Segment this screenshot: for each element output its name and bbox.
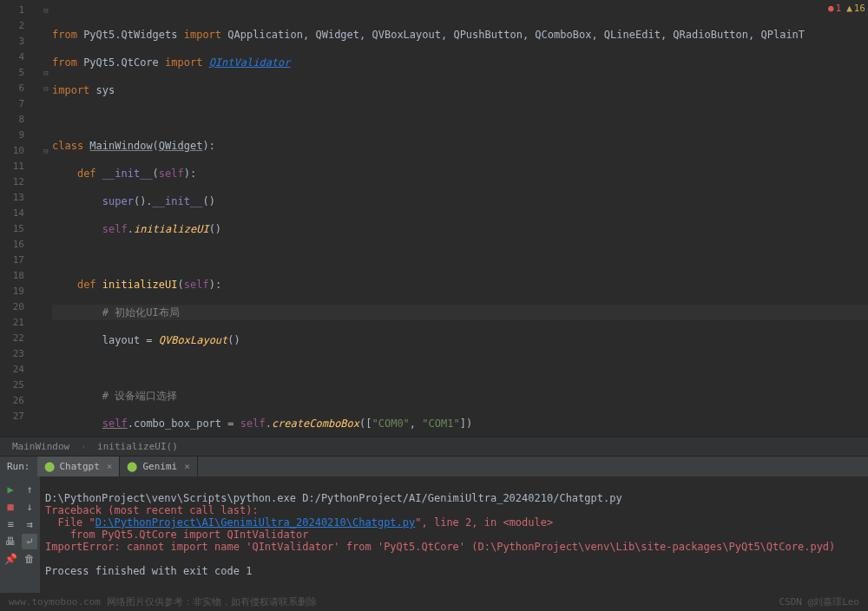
close-icon[interactable]: × [184,461,190,472]
run-tab-genimi[interactable]: ⬤ Genimi × [120,457,197,477]
line-gutter: 1234567891011121314151617181920212223242… [0,0,40,437]
run-toolbar: Run: ⬤ Chatgpt × ⬤ Genimi × [0,456,868,476]
stop-icon[interactable]: ■ [3,499,18,515]
layout-icon[interactable]: ≡ [3,516,18,532]
wrap-icon[interactable]: ⤶ [22,534,37,549]
down-icon[interactable]: ↓ [22,499,37,515]
inspection-indicators[interactable]: ●1 ▲16 [828,3,865,14]
run-label: Run: [0,461,37,472]
current-line: # 初始化UI布局 [52,305,868,320]
python-icon: ⬤ [44,461,55,472]
console-output[interactable]: D:\PythonProject\venv\Scripts\python.exe… [40,476,868,593]
warning-icon[interactable]: ▲16 [846,3,865,14]
print-icon[interactable]: 🖶 [3,534,18,549]
code-area[interactable]: ●1 ▲16 from PyQt5.QtWidgets import QAppl… [52,0,868,437]
run-tool-column: ▶ ↑ ■ ↓ ≡ ⇉ 🖶 ⤶ 📌 🗑 [0,476,40,593]
trash-icon[interactable]: 🗑 [22,551,37,567]
error-icon[interactable]: ●1 [828,3,841,14]
editor-pane: 1234567891011121314151617181920212223242… [0,0,868,437]
breadcrumb[interactable]: MainWindow › initializeUI() [0,437,868,456]
status-bar: www.toymoboo.com 网络图片仅供参考：非实物，如有侵权请联系删除 … [0,593,868,611]
footer-left: www.toymoboo.com 网络图片仅供参考：非实物，如有侵权请联系删除 [9,595,317,608]
breadcrumb-method[interactable]: initializeUI() [97,441,178,452]
traceback-link[interactable]: D:\PythonProject\AI\GenimiUltra_20240210… [95,516,415,529]
up-icon[interactable]: ↑ [22,482,37,497]
console-panel: ▶ ↑ ■ ↓ ≡ ⇉ 🖶 ⤶ 📌 🗑 D:\PythonProject\ven… [0,476,868,593]
footer-right: CSDN @刘嘉璟Leo [779,595,859,608]
pin-icon[interactable]: 📌 [3,551,18,567]
filter-icon[interactable]: ⇉ [22,516,37,532]
run-tab-chatgpt[interactable]: ⬤ Chatgpt × [37,457,121,477]
rerun-icon[interactable]: ▶ [3,482,18,497]
close-icon[interactable]: × [107,461,113,472]
breadcrumb-class[interactable]: MainWindow [12,441,69,452]
fold-column[interactable]: ⊟⊟⊟⊟ [40,0,52,437]
python-icon: ⬤ [127,461,137,472]
